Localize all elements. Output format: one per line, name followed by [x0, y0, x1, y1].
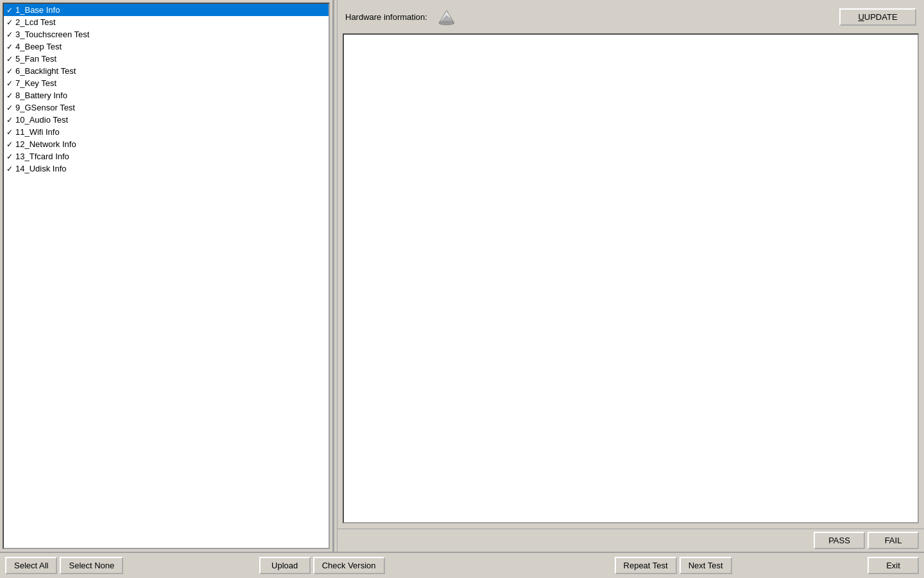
checkbox-icon: ✓ [6, 140, 13, 149]
test-list-item[interactable]: ✓10_Audio Test [4, 114, 329, 126]
checkbox-icon: ✓ [6, 103, 13, 112]
fail-button[interactable]: FAIL [868, 532, 919, 549]
checkbox-icon: ✓ [6, 152, 13, 161]
checkbox-icon: ✓ [6, 67, 13, 76]
test-list-item[interactable]: ✓6_Backlight Test [4, 65, 329, 77]
test-list-item[interactable]: ✓8_Battery Info [4, 89, 329, 101]
exit-button[interactable]: Exit [868, 557, 919, 574]
checkbox-icon: ✓ [6, 42, 13, 51]
test-item-label: 3_Touchscreen Test [15, 30, 89, 39]
test-list-item[interactable]: ✓3_Touchscreen Test [4, 28, 329, 40]
hardware-info-textarea[interactable] [343, 33, 919, 523]
test-item-label: 4_Beep Test [15, 42, 62, 51]
test-list-item[interactable]: ✓7_Key Test [4, 77, 329, 89]
test-list-item[interactable]: ✓5_Fan Test [4, 53, 329, 65]
test-item-label: 1_Base Info [15, 5, 60, 15]
repeat-test-button[interactable]: Repeat Test [615, 557, 677, 574]
test-item-label: 7_Key Test [15, 78, 56, 88]
right-panel: Hardware information: [338, 0, 924, 552]
test-item-label: 2_Lcd Test [15, 17, 56, 27]
pass-fail-bar: PASS FAIL [338, 529, 924, 552]
next-test-button[interactable]: Next Test [680, 557, 732, 574]
checkbox-icon: ✓ [6, 116, 13, 125]
test-list-container: ✓1_Base Info✓2_Lcd Test✓3_Touchscreen Te… [3, 3, 330, 549]
left-panel: ✓1_Base Info✓2_Lcd Test✓3_Touchscreen Te… [0, 0, 334, 552]
test-item-label: 14_Udisk Info [15, 164, 67, 173]
checkbox-icon: ✓ [6, 79, 13, 88]
upload-button[interactable]: Upload [259, 557, 311, 574]
content-area: ✓1_Base Info✓2_Lcd Test✓3_Touchscreen Te… [0, 0, 924, 552]
test-list-item[interactable]: ✓11_Wifi Info [4, 126, 329, 138]
checkbox-icon: ✓ [6, 91, 13, 100]
select-all-button[interactable]: Select All [5, 557, 57, 574]
test-list-item[interactable]: ✓12_Network Info [4, 138, 329, 150]
test-list-item[interactable]: ✓2_Lcd Test [4, 16, 329, 28]
test-item-label: 6_Backlight Test [15, 66, 76, 76]
test-item-label: 12_Network Info [15, 139, 76, 149]
test-list-item[interactable]: ✓14_Udisk Info [4, 162, 329, 175]
test-item-label: 5_Fan Test [15, 54, 56, 64]
test-list-item[interactable]: ✓13_Tfcard Info [4, 150, 329, 162]
checkbox-icon: ✓ [6, 18, 13, 27]
right-top-bar: Hardware information: [338, 0, 924, 33]
select-none-button[interactable]: Select None [60, 557, 123, 574]
checkbox-icon: ✓ [6, 128, 13, 137]
checkbox-icon: ✓ [6, 30, 13, 39]
test-list: ✓1_Base Info✓2_Lcd Test✓3_Touchscreen Te… [4, 4, 329, 175]
checkbox-icon: ✓ [6, 6, 13, 15]
test-item-label: 11_Wifi Info [15, 127, 60, 137]
main-container: ✓1_Base Info✓2_Lcd Test✓3_Touchscreen Te… [0, 0, 924, 578]
test-list-item[interactable]: ✓4_Beep Test [4, 40, 329, 53]
checkbox-icon: ✓ [6, 55, 13, 64]
test-list-item[interactable]: ✓1_Base Info [4, 4, 329, 16]
hardware-icon [435, 5, 458, 28]
update-button[interactable]: UUPDATE [839, 8, 916, 26]
full-bottom-bar: Select All Select None Upload Check Vers… [0, 552, 924, 578]
svg-point-2 [439, 21, 454, 25]
check-version-button[interactable]: Check Version [313, 557, 385, 574]
test-item-label: 10_Audio Test [15, 115, 68, 125]
hardware-info-label: Hardware information: [345, 12, 427, 22]
test-item-label: 13_Tfcard Info [15, 152, 69, 161]
test-item-label: 9_GSensor Test [15, 103, 75, 112]
test-item-label: 8_Battery Info [15, 91, 67, 100]
test-list-item[interactable]: ✓9_GSensor Test [4, 101, 329, 114]
pass-button[interactable]: PASS [814, 532, 865, 549]
checkbox-icon: ✓ [6, 164, 13, 173]
